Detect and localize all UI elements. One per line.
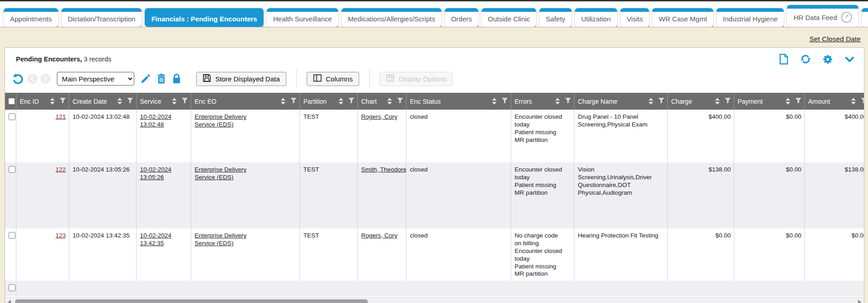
column-header-create_date: Create Date [69,93,136,110]
enc-id-link[interactable]: 121 [56,113,66,120]
chart-patient-link[interactable]: Smith, Theodore [361,166,406,173]
sort-icon[interactable] [387,98,392,105]
empty-cell [16,281,864,296]
partition-value: TEST [304,232,320,239]
cell-enc_id: 123 [16,228,69,281]
tab-dictation-transcription[interactable]: Dictation/Transcription [61,8,142,27]
filter-funnel-icon[interactable] [861,97,864,105]
row-checkbox[interactable] [9,284,15,291]
column-label: Amount [808,98,830,105]
charge-value: $400.00 [709,113,731,120]
filter-funnel-icon[interactable] [795,97,802,105]
tab-visits[interactable]: Visits [620,8,650,27]
filter-funnel-icon[interactable] [60,97,66,105]
sort-icon[interactable] [555,98,560,105]
external-link-icon[interactable]: ↗ [841,12,852,23]
new-document-icon[interactable] [778,54,789,65]
tab-medications-allergies-scripts[interactable]: Medications/Allergies/Scripts [341,8,442,27]
row-checkbox[interactable] [9,232,15,239]
nav-back-icon[interactable] [27,74,37,84]
tab-hr-data-feed[interactable]: HR Data Feed↗ [787,5,858,27]
sort-icon[interactable] [117,98,122,105]
cell-enc_eo: Enterprise Delivery Service (EDS) [191,162,299,228]
cell-errors: Encounter closed todayPatient missing MR… [511,110,574,162]
select-all-checkbox[interactable] [9,98,15,104]
sort-icon[interactable] [50,98,55,105]
tab-appointments[interactable]: Appointments [4,8,58,27]
tab-financials-pending-encounters[interactable]: Financials : Pending Encounters [145,8,264,27]
chevron-down-icon[interactable] [844,54,855,65]
tab-bar: AppointmentsDictation/TranscriptionFinan… [0,1,868,27]
sort-icon[interactable] [281,98,285,105]
amount-value: $138.00 [845,166,864,173]
toolbar-separator [369,70,370,88]
filter-funnel-icon[interactable] [397,97,403,105]
scroll-left-arrow-icon[interactable] [8,300,11,303]
tab-label: Orders [451,15,472,23]
row-checkbox[interactable] [9,113,15,120]
nav-forward-icon[interactable] [41,74,51,84]
sort-icon[interactable] [339,98,343,105]
edit-pencil-icon[interactable] [140,73,152,85]
enc-eo-link[interactable]: Enterprise Delivery Service (EDS) [195,113,264,129]
sort-icon[interactable] [172,98,177,105]
cell-charge_name: Hearing Protection Fit Testing [574,228,667,281]
tab-outside-clinic[interactable]: Outside Clinic [482,8,537,27]
display-options-button: Display Options [380,72,453,86]
refresh-icon[interactable] [800,54,811,65]
tab-label: WR Case Mgmt [659,15,707,23]
filter-funnel-icon[interactable] [348,97,355,105]
perspective-select[interactable]: Main Perspective [57,72,134,86]
enc-eo-link[interactable]: Enterprise Delivery Service (EDS) [195,232,264,247]
tab-health-surveillance[interactable]: Health Surveillance [267,8,338,27]
filter-funnel-icon[interactable] [290,97,297,105]
filter-funnel-icon[interactable] [725,97,731,105]
filter-funnel-icon[interactable] [502,97,508,105]
error-text: Encounter closed today [515,166,563,182]
sort-icon[interactable] [851,98,856,105]
scroll-right-arrow-icon[interactable] [858,300,861,303]
delete-trash-icon[interactable] [155,73,167,85]
tab-quality-of-care[interactable]: Quality of Care [862,8,868,27]
row-checkbox[interactable] [9,166,15,173]
filter-funnel-icon[interactable] [182,97,188,105]
closed-date-row: Set Closed Date [0,27,868,47]
enc-id-link[interactable]: 123 [56,232,66,239]
tab-utilization[interactable]: Utilization [575,8,617,27]
column-label: Charge Name [578,98,618,105]
tab-orders[interactable]: Orders [445,8,478,27]
horizontal-scrollbar[interactable] [5,297,864,303]
tab-label: Appointments [10,15,52,23]
partition-value: TEST [304,166,320,173]
cell-create_date: 10-02-2024 13:42:35 [69,228,136,281]
sort-icon[interactable] [715,98,720,105]
lock-icon[interactable] [171,73,183,85]
tab-safety[interactable]: Safety [539,8,572,27]
tab-industrial-hygiene[interactable]: Industrial Hygiene [716,8,784,27]
settings-gear-icon[interactable] [822,54,833,65]
chart-patient-link[interactable]: Rogers, Cory [361,113,398,120]
scrollbar-thumb[interactable] [15,299,368,303]
filter-funnel-icon[interactable] [658,97,665,105]
sort-icon[interactable] [786,98,790,105]
tab-label: Safety [546,15,565,23]
cell-payment: $0.00 [734,110,804,162]
columns-button[interactable]: Columns [307,72,359,86]
enc-id-link[interactable]: 122 [56,166,66,173]
chart-patient-link[interactable]: Rogers, Cory [361,232,398,239]
column-header-enc_status: Enc Status [406,93,511,110]
filter-funnel-icon[interactable] [127,97,133,105]
cell-create_date: 10-02-2024 13:05:26 [69,162,136,228]
enc-eo-link[interactable]: Enterprise Delivery Service (EDS) [195,166,264,182]
tab-wr-case-mgmt[interactable]: WR Case Mgmt [652,8,713,27]
store-displayed-data-button[interactable]: Store Displayed Data [196,72,286,86]
undo-icon[interactable] [12,73,24,85]
service-link[interactable]: 10-02-2024 13:02:48 [140,113,188,129]
sort-icon[interactable] [649,98,653,105]
table-row: 12210-02-2024 13:05:2610-02-2024 13:05:2… [5,162,864,228]
service-link[interactable]: 10-02-2024 13:05:26 [140,166,188,182]
service-link[interactable]: 10-02-2024 13:42:35 [140,232,188,247]
set-closed-date-link[interactable]: Set Closed Date [809,35,861,43]
sort-icon[interactable] [492,98,497,105]
filter-funnel-icon[interactable] [565,97,571,105]
